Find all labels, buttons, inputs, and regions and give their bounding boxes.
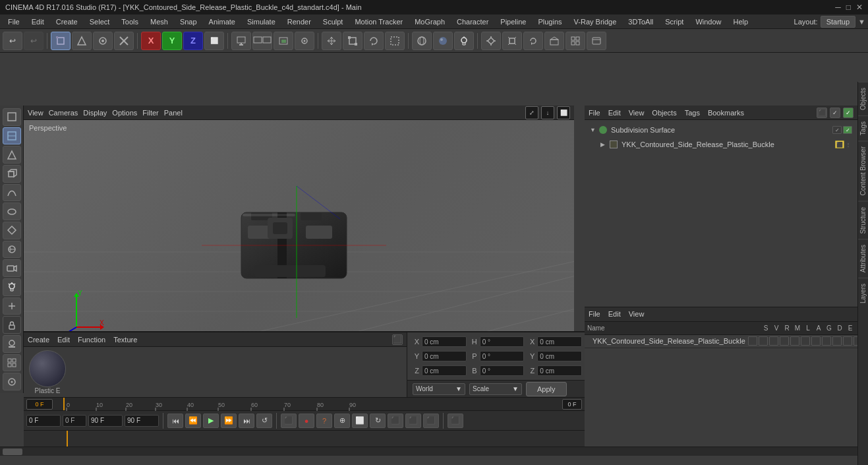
end-frame-field[interactable]: 90 F [88, 415, 123, 427]
move-tool-left-btn[interactable] [3, 297, 21, 315]
coord-b-val[interactable]: 0 ° [480, 365, 525, 376]
timeline-view-btn[interactable]: ⬛ [448, 414, 463, 428]
attr-ctrl-d[interactable] [822, 336, 831, 346]
menu-mesh[interactable]: Mesh [145, 16, 173, 27]
tree-item-buckle[interactable]: ▶ YKK_Contoured_Side_Release_Plastic_Buc… [587, 137, 855, 152]
coord-p-val[interactable]: 0 ° [480, 351, 525, 361]
close-btn[interactable]: ✕ [856, 3, 863, 12]
coord-yscale-val[interactable]: 0 cm [537, 351, 582, 361]
coord-h-val[interactable]: 0 ° [480, 336, 525, 347]
world-axis-btn[interactable]: ⬜ [204, 32, 224, 50]
mat-function-menu[interactable]: Function [78, 336, 105, 344]
render-to-picture-btn[interactable] [274, 32, 293, 50]
stamp-btn[interactable] [3, 335, 21, 353]
material-item[interactable]: Plastic E [29, 350, 66, 394]
record-active-btn[interactable]: ⬛ [281, 414, 297, 428]
rotate-btn[interactable] [364, 32, 384, 50]
apply-button[interactable]: Apply [526, 382, 567, 396]
menu-plugins[interactable]: Plugins [533, 16, 567, 27]
poly-count-btn[interactable] [3, 146, 21, 164]
menu-pipeline[interactable]: Pipeline [495, 16, 531, 27]
move-btn[interactable] [322, 32, 341, 50]
obj-tags-menu[interactable]: Tags [685, 109, 700, 117]
next-key-btn[interactable]: ⏩ [221, 414, 237, 428]
minimize-btn[interactable]: ─ [835, 3, 841, 12]
attr-ctrl-extra1[interactable] [843, 336, 852, 346]
axis-z-btn[interactable]: Z [183, 32, 203, 50]
deformer-btn[interactable] [3, 222, 21, 239]
motion-path-btn[interactable]: ⊕ [334, 414, 350, 428]
goto-start-btn[interactable]: ⏮ [167, 414, 183, 428]
menu-tools[interactable]: Tools [116, 16, 144, 27]
mat-edit-menu[interactable]: Edit [57, 336, 70, 344]
play-btn[interactable]: ▶ [203, 414, 219, 428]
attr-ctrl-s[interactable] [748, 336, 757, 346]
record-btn[interactable]: ● [299, 414, 314, 428]
coord-xscale-val[interactable]: 0 cm [537, 336, 582, 347]
menu-character[interactable]: Character [451, 16, 494, 27]
render-settings-btn[interactable] [295, 32, 314, 50]
snap-left-btn[interactable] [3, 373, 21, 390]
layout-value[interactable]: Startup [821, 16, 855, 28]
model-mode-btn[interactable] [51, 32, 71, 50]
move-tool-btn[interactable] [481, 32, 501, 50]
scale-tool-btn[interactable] [502, 32, 522, 50]
start-frame-field[interactable]: 0 F [26, 415, 61, 427]
menu-help[interactable]: Help [728, 16, 754, 27]
material-display-btn[interactable] [433, 32, 453, 50]
current-frame-input[interactable]: 0 F [63, 415, 86, 427]
tab-tags[interactable]: Tags [858, 115, 868, 140]
panel-menu[interactable]: Panel [164, 109, 183, 117]
vp-fullscreen-btn[interactable]: ⬜ [557, 106, 570, 119]
menu-script[interactable]: Script [660, 16, 689, 27]
render-region-btn[interactable] [231, 32, 251, 50]
autokey-btn[interactable]: ? [316, 414, 332, 428]
panel-icon-settings[interactable]: ✓ [830, 108, 840, 118]
scroll-handle[interactable] [3, 449, 22, 455]
spline-btn[interactable] [3, 184, 21, 202]
vp-expand-btn[interactable]: ⤢ [525, 106, 538, 119]
key-mode-btn[interactable]: ⬛ [388, 414, 403, 428]
coord-x-val[interactable]: 0 cm [422, 336, 467, 347]
redo-btn[interactable]: ↩ [24, 32, 43, 50]
menu-snap[interactable]: Snap [175, 16, 202, 27]
menu-render[interactable]: Render [282, 16, 316, 27]
light-display-btn[interactable] [454, 32, 474, 50]
attr-ctrl-g[interactable] [811, 336, 821, 346]
coord-system-dropdown[interactable]: World ▼ [413, 383, 465, 395]
menu-sculpt[interactable]: Sculpt [318, 16, 349, 27]
cube-btn[interactable] [3, 165, 21, 183]
coord-z-val[interactable]: 0 cm [422, 365, 467, 376]
tree-item-subdivision[interactable]: ▼ Subdivision Surface ✓ ✓ [587, 123, 855, 137]
attrs-row-buckle[interactable]: YKK_Contoured_Side_Release_Plastic_Buckl… [585, 335, 857, 348]
key-break-btn[interactable]: ⬛ [405, 414, 421, 428]
layout-arrow[interactable]: ▼ [858, 18, 865, 26]
menu-create[interactable]: Create [51, 16, 83, 27]
display-menu[interactable]: Display [83, 109, 107, 117]
mat-create-menu[interactable]: Create [28, 336, 49, 344]
loop-btn[interactable]: ↺ [256, 414, 272, 428]
timeline-track-area[interactable] [24, 431, 585, 447]
undo-btn[interactable]: ↩ [3, 32, 22, 50]
mat-panel-icon[interactable]: ⬛ [392, 334, 403, 345]
lock-btn[interactable] [3, 316, 21, 334]
attr-ctrl-e[interactable] [832, 336, 842, 346]
attr-file-menu[interactable]: File [589, 310, 600, 318]
obj-bookmarks-menu[interactable]: Bookmarks [708, 109, 744, 117]
maximize-btn[interactable]: □ [846, 3, 851, 12]
options-menu[interactable]: Options [112, 109, 137, 117]
obj-edit-menu[interactable]: Edit [608, 109, 621, 117]
light-btn[interactable] [3, 278, 21, 296]
render-view-btn[interactable] [587, 32, 606, 50]
layer-btn[interactable]: ⬛ [423, 414, 439, 428]
obj-color-swatch[interactable]: ⬛ [835, 140, 844, 148]
coord-y-val[interactable]: 0 cm [422, 351, 467, 361]
axis-x-btn[interactable]: X [141, 32, 161, 50]
menu-motion[interactable]: Motion Tracker [349, 16, 408, 27]
scene-btn[interactable] [3, 241, 21, 259]
scale-dropdown[interactable]: Scale ▼ [469, 383, 522, 395]
menu-mograph[interactable]: MoGraph [409, 16, 450, 27]
mesh-mode-btn[interactable] [72, 32, 92, 50]
tab-attributes[interactable]: Attributes [858, 239, 868, 278]
attr-view-menu[interactable]: View [629, 310, 645, 318]
